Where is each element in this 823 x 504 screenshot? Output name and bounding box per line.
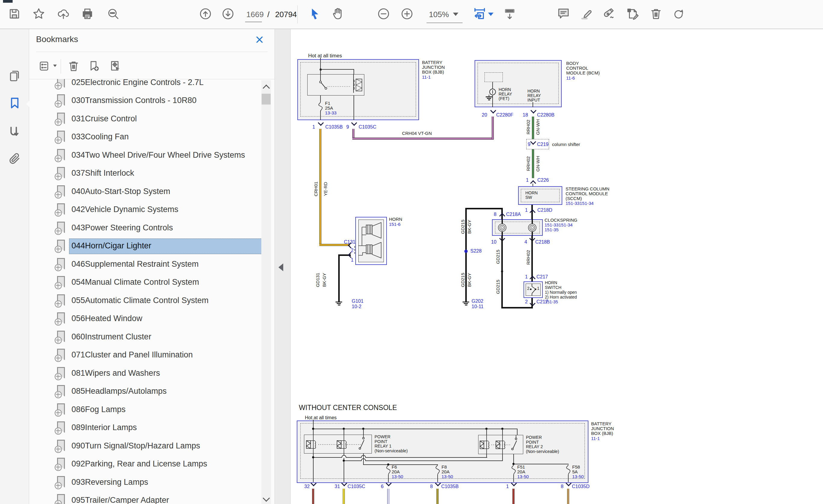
bookmark-item-selected[interactable]: 044Horn/Cigar Lighter (29, 237, 261, 255)
fuse-f8-symbol (436, 465, 440, 475)
zoom-in-button[interactable] (400, 7, 414, 21)
wire-color-gn-wh: GN-WH (535, 115, 540, 139)
wire-segment (353, 96, 354, 120)
bookmark-item[interactable]: 086Fog Lamps (29, 401, 261, 419)
panel-scrollbar[interactable] (261, 80, 271, 504)
bookmark-item[interactable]: 095Trailer/Camper Adapter (29, 492, 261, 504)
bookmark-item[interactable]: 037Shift Interlock (29, 165, 261, 183)
bookmark-item[interactable]: 092Parking, Rear and License Lamps (29, 455, 261, 473)
bookmark-item[interactable]: 031Cruise Control (29, 110, 261, 128)
fit-width-button[interactable] (473, 7, 487, 21)
bookmark-item[interactable]: 040Auto-Start-Stop System (29, 183, 261, 201)
print-button[interactable] (80, 7, 94, 21)
wire-color-ye-rd: YE-RD (323, 177, 328, 201)
share-cloud-button[interactable] (56, 7, 70, 21)
bookmark-item[interactable]: 060Instrument Cluster (29, 328, 261, 346)
wire-hop (341, 455, 346, 458)
pin-32: 32 (304, 484, 310, 489)
bookmark-item[interactable]: 033Cooling Fan (29, 128, 261, 146)
connector-c1035c: C1035C (359, 124, 376, 130)
fill-sign-button[interactable] (626, 7, 640, 21)
bookmark-item[interactable]: 025Electronic Engine Controls - 2.7L (29, 79, 261, 92)
page-thumbnails-button[interactable] (8, 70, 22, 83)
scroll-up-icon[interactable] (263, 85, 270, 92)
main-toolbar: 1669 / 20794 105% (0, 0, 823, 29)
bookmark-item[interactable]: 042Vehicle Dynamic Systems (29, 201, 261, 219)
select-tool-button[interactable] (308, 7, 322, 21)
hot-at-all-times-label: Hot at all times (308, 53, 342, 58)
bookmarks-panel-button[interactable] (8, 97, 22, 111)
zoom-caret-icon[interactable] (453, 13, 458, 16)
previous-page-button[interactable] (198, 7, 212, 21)
bookmark-item[interactable]: 055Automatic Climate Control System (29, 292, 261, 310)
fuse-f1-symbol (318, 102, 323, 112)
page-separator: / (267, 10, 270, 19)
connector-c1035c: C1035C (347, 484, 365, 489)
bookmark-item[interactable]: 085Headlamps/Autolamps (29, 383, 261, 401)
scroll-mode-button[interactable] (503, 7, 517, 21)
close-panel-button[interactable] (255, 35, 264, 44)
comment-button[interactable] (556, 7, 570, 21)
search-button[interactable] (106, 7, 120, 21)
bookmark-item[interactable]: 046Supplemental Restraint System (29, 256, 261, 274)
page-number-input[interactable]: 1669 (246, 10, 264, 19)
wire-segment (489, 95, 489, 97)
delete-bookmark-button[interactable] (67, 60, 79, 73)
bookmark-item[interactable]: 081Wipers and Washers (29, 365, 261, 383)
wire-segment (502, 454, 503, 461)
bookmark-item[interactable]: 093Reversing Lamps (29, 474, 261, 492)
page-down-icon (222, 7, 234, 21)
pin-number: 10 (491, 239, 496, 245)
document-page: Hot at all times BATTERY JUNCTION BOX (B… (291, 29, 823, 504)
fit-width-caret-icon[interactable] (488, 13, 494, 16)
bookmark-item[interactable]: 034Two Wheel Drive/Four Wheel Drive Syst… (29, 147, 261, 165)
toolbar-divider (297, 5, 298, 23)
wire-rrh02-green (532, 149, 534, 178)
connector-c2280f: C2280F (496, 112, 513, 118)
horn-switch-note-2: 2) Horn activated (545, 295, 577, 300)
redo-button[interactable] (672, 7, 685, 21)
bookmarks-icon (8, 97, 21, 111)
bookmark-globe-icon (56, 294, 66, 308)
bookmark-label: 090Turn Signal/Stop/Hazard Lamps (71, 441, 200, 451)
wire-id-crh01: CRH01 (314, 177, 318, 201)
sign-button[interactable] (603, 7, 616, 21)
bookmark-label: 085Headlamps/Autolamps (71, 386, 167, 396)
wire-segment (313, 457, 487, 458)
zoom-level-select[interactable]: 105% (429, 10, 449, 19)
fuse-f6-symbol (386, 465, 390, 475)
bookmark-item[interactable]: 054Manual Climate Control System (29, 274, 261, 292)
options-caret-icon[interactable] (53, 64, 57, 67)
scroll-down-icon[interactable] (263, 494, 270, 502)
add-bookmark-button[interactable] (88, 60, 100, 73)
wire-id-gd215: GD215 (496, 275, 500, 299)
bookmark-item[interactable]: 089Interior Lamps (29, 419, 261, 437)
star-button[interactable] (32, 7, 46, 21)
save-button[interactable] (7, 7, 21, 21)
next-page-button[interactable] (221, 7, 235, 21)
fuse-f58-name: F58 (572, 465, 580, 470)
highlight-button[interactable] (580, 7, 593, 21)
fuse-f8-rating: 20A (442, 470, 450, 474)
bookmark-item[interactable]: 043Power Steering Controls (29, 219, 261, 237)
horn-relay-input-label: HORN RELAY INPUT (527, 89, 541, 103)
connector-c1035b: C1035B (441, 484, 459, 489)
active-panel-notch (26, 101, 29, 107)
acrobat-window: 1669 / 20794 105% (0, 0, 823, 504)
goto-bookmark-button[interactable] (109, 60, 121, 73)
attachments-panel-button[interactable] (8, 152, 22, 166)
bookmark-options-button[interactable] (39, 60, 51, 73)
wire-segment (363, 454, 364, 465)
bookmark-item[interactable]: 056Heated Window (29, 310, 261, 328)
delete-button[interactable] (649, 7, 663, 21)
bookmark-item[interactable]: 090Turn Signal/Stop/Hazard Lamps (29, 437, 261, 455)
bookmark-item[interactable]: 071Cluster and Panel Illumination (29, 346, 261, 364)
scrollbar-thumb[interactable] (262, 94, 271, 105)
zoom-in-icon (401, 7, 413, 21)
bookmark-item[interactable]: 030Transmission Controls - 10R80 (29, 92, 261, 110)
collapse-panel-handle[interactable] (279, 264, 283, 271)
pin-number: 1 (525, 207, 528, 213)
zoom-out-button[interactable] (377, 7, 390, 21)
hand-tool-button[interactable] (331, 7, 344, 21)
signatures-panel-button[interactable] (8, 125, 22, 139)
